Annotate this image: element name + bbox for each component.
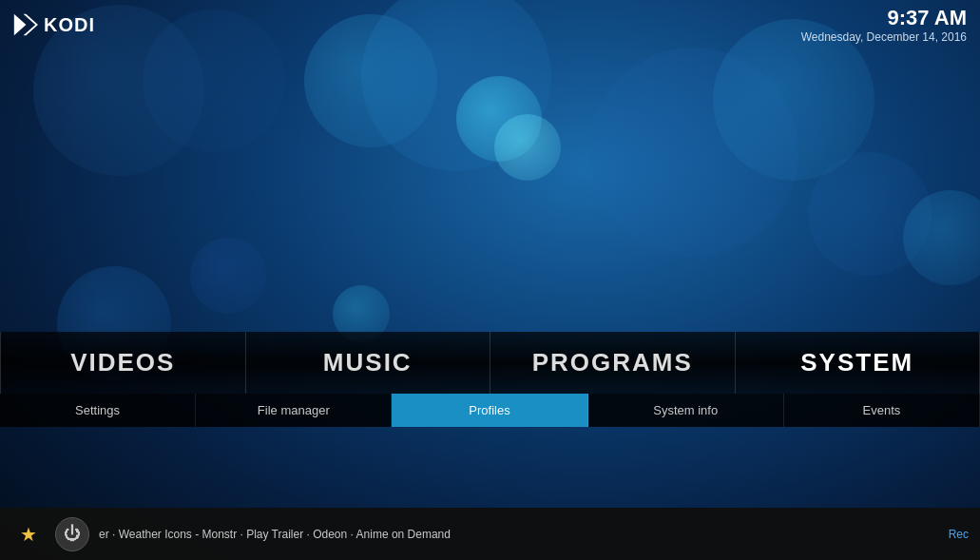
bottom-bar: ★ ⏻ er · Weather Icons - Monstr · Play T…: [0, 508, 980, 560]
main-nav: VIDEOSMUSICPROGRAMSSYSTEM: [0, 332, 980, 394]
background: [0, 0, 980, 560]
sub-nav: SettingsFile managerProfilesSystem infoE…: [0, 394, 980, 427]
sub-nav-item-file-manager[interactable]: File manager: [196, 394, 392, 427]
nav-item-videos[interactable]: VIDEOS: [0, 332, 246, 394]
power-button[interactable]: ⏻: [55, 517, 89, 551]
clock-date: Wednesday, December 14, 2016: [801, 30, 967, 44]
nav-item-system[interactable]: SYSTEM: [736, 332, 981, 394]
kodi-logo: KODI: [11, 11, 95, 38]
sub-nav-item-system-info[interactable]: System info: [588, 394, 784, 427]
star-icon: ★: [20, 523, 37, 546]
clock-time: 9:37 AM: [801, 6, 967, 30]
kodi-text: KODI: [44, 14, 95, 36]
top-bar: 9:37 AM Wednesday, December 14, 2016: [788, 0, 980, 49]
sub-nav-item-profiles[interactable]: Profiles: [392, 394, 587, 427]
kodi-icon: [11, 11, 38, 38]
sub-nav-item-settings[interactable]: Settings: [0, 394, 196, 427]
rss-link[interactable]: Rec: [949, 528, 969, 541]
sub-nav-item-events[interactable]: Events: [784, 394, 980, 427]
bottom-icons: ★ ⏻: [11, 517, 89, 551]
favorites-button[interactable]: ★: [11, 517, 46, 551]
svg-marker-0: [14, 14, 27, 35]
news-ticker: er · Weather Icons - Monstr · Play Trail…: [99, 528, 949, 541]
power-icon: ⏻: [64, 524, 81, 544]
nav-item-music[interactable]: MUSIC: [246, 332, 491, 394]
nav-item-programs[interactable]: PROGRAMS: [490, 332, 736, 394]
